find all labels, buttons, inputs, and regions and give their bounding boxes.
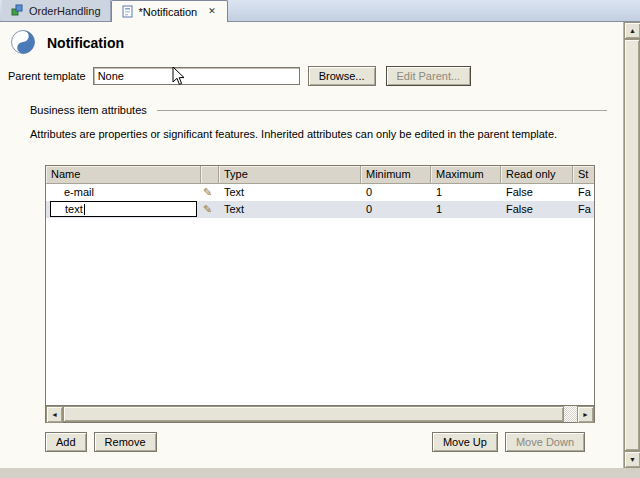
project-icon — [11, 4, 24, 17]
vertical-scrollbar[interactable]: ▲ ▼ — [623, 22, 640, 468]
cell-read-only: False — [501, 201, 573, 218]
column-header-static[interactable]: St — [573, 166, 594, 183]
page-header: Notification — [10, 29, 124, 57]
parent-template-label: Parent template — [8, 70, 86, 82]
scroll-up-button[interactable]: ▲ — [624, 22, 640, 39]
section-header: Business item attributes — [30, 103, 607, 117]
close-icon[interactable]: ✕ — [206, 6, 218, 17]
move-up-button[interactable]: Move Up — [432, 432, 498, 452]
parent-template-row: Parent template Browse... Edit Parent... — [8, 66, 471, 86]
column-header-maximum[interactable]: Maximum — [431, 166, 501, 183]
vertical-scroll-thumb[interactable] — [624, 39, 640, 451]
cell-static: Fa — [573, 184, 594, 201]
tab-label: *Notification — [139, 6, 198, 18]
edit-parent-button[interactable]: Edit Parent... — [386, 66, 472, 86]
browse-button[interactable]: Browse... — [308, 66, 376, 86]
column-header-icon[interactable] — [201, 166, 219, 183]
vertical-scroll-track[interactable] — [624, 39, 640, 451]
name-edit-value: text — [65, 201, 83, 218]
cell-minimum: 0 — [361, 201, 431, 218]
tab-orderhandling[interactable]: OrderHandling — [2, 0, 111, 21]
cell-type: Text — [219, 184, 361, 201]
table-row[interactable]: e-mail ✎ Text 0 1 False Fa — [46, 184, 594, 201]
column-header-minimum[interactable]: Minimum — [361, 166, 431, 183]
horizontal-scroll-track[interactable] — [63, 406, 577, 422]
name-edit-cell[interactable]: text — [50, 201, 197, 217]
edit-pencil-icon: ✎ — [203, 203, 212, 215]
cell-minimum: 0 — [361, 184, 431, 201]
horizontal-scroll-thumb[interactable] — [63, 406, 564, 422]
cell-maximum: 1 — [431, 201, 501, 218]
section-separator-line — [157, 110, 607, 111]
column-header-type[interactable]: Type — [219, 166, 361, 183]
table-button-row: Add Remove Move Up Move Down — [45, 432, 595, 452]
cell-read-only: False — [501, 184, 573, 201]
move-down-button[interactable]: Move Down — [505, 432, 585, 452]
parent-template-input[interactable] — [93, 67, 300, 85]
table-row[interactable]: text ✎ Text 0 1 False Fa — [46, 201, 594, 218]
cell-name: e-mail — [46, 184, 201, 201]
tab-notification[interactable]: *Notification ✕ — [111, 0, 228, 22]
edit-pencil-icon: ✎ — [203, 186, 212, 198]
section-description: Attributes are properties or significant… — [30, 128, 601, 141]
editor-tabbar: OrderHandling *Notification ✕ — [0, 0, 640, 22]
cell-name: text — [46, 201, 201, 218]
cell-static: Fa — [573, 201, 594, 218]
column-header-name[interactable]: Name — [46, 166, 201, 183]
page-title: Notification — [47, 35, 124, 51]
file-icon — [121, 5, 134, 18]
tab-label: OrderHandling — [29, 5, 101, 17]
table-header-row: Name Type Minimum Maximum Read only St — [46, 166, 594, 184]
cell-icon: ✎ — [201, 201, 219, 218]
scroll-down-button[interactable]: ▼ — [624, 451, 640, 468]
scroll-left-button[interactable]: ◄ — [46, 406, 63, 423]
table-empty-area — [46, 218, 594, 405]
cell-type: Text — [219, 201, 361, 218]
text-caret — [84, 204, 85, 215]
remove-button[interactable]: Remove — [94, 432, 157, 452]
editor-window: OrderHandling *Notification ✕ — [0, 0, 640, 478]
horizontal-scrollbar[interactable]: ◄ ► — [46, 405, 594, 422]
scroll-right-button[interactable]: ► — [577, 406, 594, 423]
business-item-icon — [10, 29, 36, 57]
cell-icon: ✎ — [201, 184, 219, 201]
window-bottom-edge — [0, 468, 640, 478]
attributes-table: Name Type Minimum Maximum Read only St e… — [45, 165, 595, 423]
mouse-cursor — [172, 66, 185, 88]
section-title: Business item attributes — [30, 104, 147, 116]
editor-content: Notification Parent template Browse... E… — [0, 22, 623, 468]
cell-maximum: 1 — [431, 184, 501, 201]
column-header-read-only[interactable]: Read only — [501, 166, 573, 183]
add-button[interactable]: Add — [45, 432, 87, 452]
